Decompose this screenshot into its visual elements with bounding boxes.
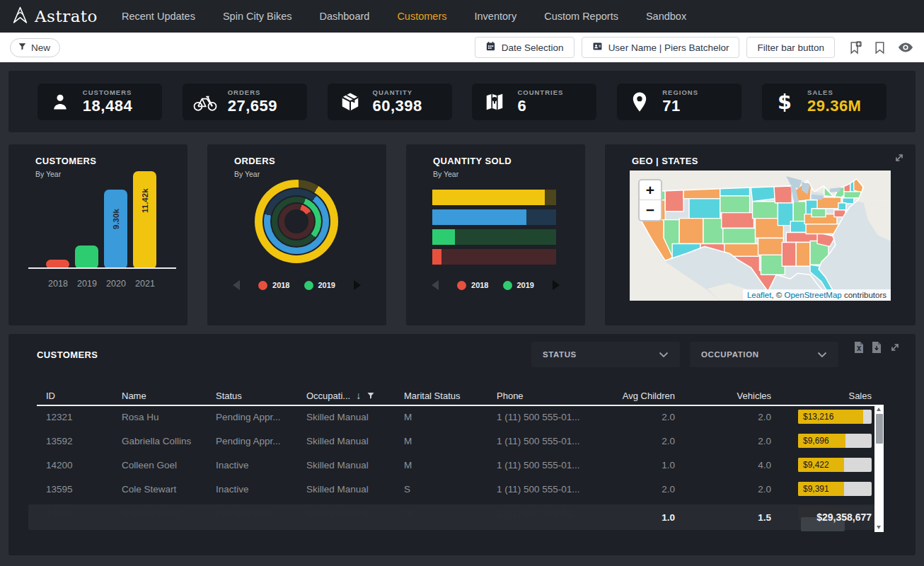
svg-text:X: X [857, 346, 862, 352]
brand[interactable]: Astrato [11, 6, 98, 27]
nav-item-customers[interactable]: Customers [397, 11, 446, 22]
cell-avg-children: 2.0 [610, 436, 675, 446]
cell-marital: S [404, 484, 497, 495]
bar-2019[interactable] [75, 246, 98, 269]
chart-subtitle: By Year [35, 170, 61, 178]
nav-item-recent-updates[interactable]: Recent Updates [122, 11, 195, 22]
occupation-filter-dropdown[interactable]: OCCUPATION [690, 342, 838, 367]
cell-phone: 1 (11) 500 555-01... [497, 460, 610, 470]
nav-item-dashboard[interactable]: Dashboard [319, 11, 369, 22]
map-zoom-out-button[interactable]: − [640, 200, 661, 220]
cell-status: Inactive [216, 460, 306, 470]
scroll-down-arrow[interactable] [877, 526, 881, 529]
cell-avg-children: 1.0 [610, 460, 675, 470]
top-nav: Astrato Recent Updates Spin City Bikes D… [0, 0, 924, 33]
legend-prev-arrow[interactable] [432, 280, 439, 290]
brand-name: Astrato [35, 7, 98, 25]
cell-sales: $13,216 [771, 410, 874, 424]
legend-next-arrow[interactable] [553, 280, 560, 290]
bookmark-add-icon[interactable] [848, 40, 862, 55]
col-header-avg-children[interactable]: Avg Children [610, 391, 675, 401]
cell-sales: $9,696 [771, 434, 874, 448]
cell-occupation: Skilled Manual [306, 484, 404, 495]
col-header-occupation[interactable]: Occupati... ↓ [306, 390, 404, 401]
scrollbar-thumb[interactable] [876, 414, 883, 444]
us-states-map[interactable]: + − Leaflet, © OpenStreetMap contributor… [630, 171, 891, 301]
legend-next-arrow[interactable] [354, 280, 361, 290]
donut-ring-2018[interactable] [279, 204, 314, 239]
toolbar-icons [848, 39, 914, 56]
legend-dot [258, 281, 267, 290]
cell-name: Colleen Goel [122, 460, 216, 470]
col-header-id[interactable]: ID [28, 391, 122, 401]
customers-bar-chart-panel: CUSTOMERS By Year 9.30k 11.42k 2018 2019… [8, 144, 187, 325]
sales-label: $9,391 [803, 482, 829, 496]
cell-sales: $9,391 [771, 482, 874, 496]
cell-vehicles: 2.0 [675, 484, 771, 495]
folded-map-icon [482, 91, 507, 112]
column-filter-icon[interactable] [366, 391, 375, 400]
hbar-2021[interactable] [432, 190, 556, 205]
hbar-2019[interactable] [432, 229, 556, 245]
legend-prev-arrow[interactable] [233, 280, 240, 290]
contact-card-icon [592, 41, 603, 54]
legend-item-2018[interactable]: 2018 [258, 281, 289, 290]
cell-status: Pending Appr... [216, 436, 306, 446]
bar-2021[interactable]: 11.42k [133, 171, 156, 269]
bookmark-icon[interactable] [872, 40, 887, 55]
dropdown-label: OCCUPATION [701, 350, 759, 359]
hbar-2018[interactable] [432, 249, 556, 265]
col-header-marital-status[interactable]: Marital Status [404, 391, 497, 401]
col-header-name[interactable]: Name [122, 391, 216, 401]
status-filter-dropdown[interactable]: STATUS [531, 342, 680, 367]
attribution-text: contributors [842, 291, 887, 299]
col-header-sales[interactable]: Sales [771, 391, 874, 401]
eye-icon[interactable] [897, 39, 914, 56]
funnel-icon [18, 42, 27, 53]
expand-icon[interactable] [889, 341, 901, 354]
x-tick: 2019 [73, 279, 101, 289]
date-selection-label: Date Selection [502, 42, 564, 53]
kpi-label: REGIONS [662, 88, 698, 96]
cell-id: 12321 [28, 412, 122, 422]
expand-icon[interactable] [893, 151, 906, 167]
astrato-logo-icon [11, 6, 29, 27]
nav-item-spin-city-bikes[interactable]: Spin City Bikes [223, 11, 292, 22]
legend-item-2019[interactable]: 2019 [503, 281, 534, 290]
table-scrollbar[interactable] [874, 405, 884, 532]
export-document-icon[interactable] [871, 341, 882, 354]
hbar-2020[interactable] [432, 209, 556, 225]
nav-item-custom-reports[interactable]: Custom Reports [544, 11, 618, 22]
legend-label: 2018 [471, 281, 488, 289]
new-filter-button[interactable]: New [10, 38, 60, 57]
donut-ring-2021[interactable] [255, 180, 338, 263]
user-name-button[interactable]: User Name | Piers Batchelor [582, 37, 740, 58]
filter-bar-button[interactable]: Filter bar button [746, 37, 835, 58]
col-header-phone[interactable]: Phone [497, 391, 610, 401]
legend-item-2018[interactable]: 2018 [457, 281, 488, 290]
table-row[interactable]: 14200 Colleen Goel Inactive Skilled Manu… [28, 453, 874, 477]
legend-item-2019[interactable]: 2019 [304, 281, 335, 290]
donut-ring-2020[interactable] [264, 189, 329, 254]
table-row[interactable]: 12321 Rosa Hu Pending Appr... Skilled Ma… [28, 405, 874, 429]
nav-item-inventory[interactable]: Inventory [475, 11, 517, 22]
nav-item-sandbox[interactable]: Sandbox [646, 11, 686, 22]
sort-desc-icon[interactable]: ↓ [356, 390, 361, 401]
openstreetmap-link[interactable]: OpenStreetMap [785, 291, 842, 299]
leaflet-link[interactable]: Leaflet [747, 291, 772, 299]
map-zoom-in-button[interactable]: + [640, 180, 661, 200]
cell-name: Gabriella Collins [122, 436, 216, 446]
table-actions: X [853, 341, 901, 354]
sales-bar: $9,422 [798, 458, 872, 472]
cell-id: 13592 [28, 436, 122, 446]
table-row[interactable]: 13592 Gabriella Collins Pending Appr... … [28, 429, 874, 453]
bar-2020[interactable]: 9.30k [104, 190, 127, 269]
scroll-up-arrow[interactable] [877, 408, 881, 411]
date-selection-button[interactable]: Date Selection [475, 37, 574, 58]
donut-ring-2019[interactable] [272, 197, 321, 246]
cell-marital: M [404, 460, 497, 470]
col-header-vehicles[interactable]: Vehicles [675, 391, 771, 401]
export-excel-icon[interactable]: X [853, 341, 865, 354]
table-row[interactable]: 13595 Cole Stewart Inactive Skilled Manu… [28, 477, 874, 501]
col-header-status[interactable]: Status [216, 391, 306, 401]
